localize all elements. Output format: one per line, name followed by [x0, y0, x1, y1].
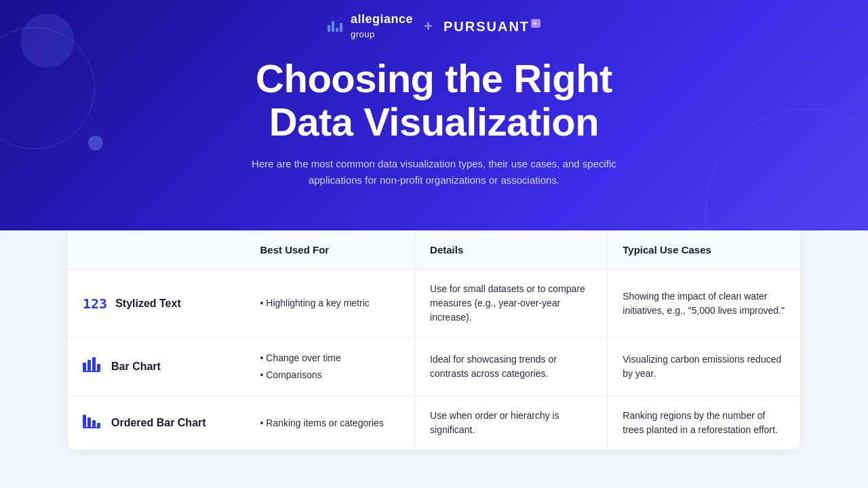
row-1-bullet-1: Highlighting a key metric — [260, 295, 399, 312]
svg-rect-3 — [97, 364, 100, 371]
pursuant-text: PURSUANT+ — [443, 19, 540, 35]
table-header-row: Best Used For Details Typical Use Cases — [68, 230, 800, 270]
col-header-best-used: Best Used For — [245, 230, 414, 270]
row-2-details: Ideal for showcasing trends or contrasts… — [415, 338, 608, 396]
table-row: Bar Chart Change over time Comparisons I… — [68, 338, 800, 396]
ordered-bar-chart-icon — [83, 412, 103, 434]
logo-area: allegiance group + PURSUANT+ — [328, 12, 540, 41]
allegiance-text: allegiance group — [351, 12, 413, 41]
row-2-name-cell: Bar Chart — [68, 338, 245, 396]
allegiance-icon — [328, 21, 342, 32]
col-header-details: Details — [415, 230, 608, 270]
bar-chart-icon — [83, 356, 103, 378]
table-row: 123 Stylized Text Highlighting a key met… — [68, 270, 800, 338]
row-1-details: Use for small datasets or to compare mea… — [415, 270, 608, 338]
row-2-bullet-1: Change over time — [260, 350, 399, 367]
row-1-name-cell: 123 Stylized Text — [68, 270, 245, 338]
row-1-best-used: Highlighting a key metric — [245, 270, 414, 338]
row-3-bullet-1: Ranking items or categories — [260, 415, 399, 432]
row-2-best-used: Change over time Comparisons — [245, 338, 414, 396]
svg-rect-8 — [97, 423, 100, 427]
svg-rect-9 — [83, 427, 100, 428]
hero-section: allegiance group + PURSUANT+ Choosing th… — [0, 0, 868, 230]
123-icon: 123 — [83, 293, 107, 314]
col-header-use-cases: Typical Use Cases — [608, 230, 800, 270]
row-3-use-cases: Ranking regions by the number of trees p… — [608, 396, 800, 450]
row-2-bullet-2: Comparisons — [260, 367, 399, 384]
table-section: Best Used For Details Typical Use Cases … — [0, 230, 868, 488]
svg-rect-4 — [83, 371, 100, 372]
row-1-name: Stylized Text — [115, 296, 181, 312]
plus-separator: + — [424, 18, 433, 35]
table-row: Ordered Bar Chart Ranking items or categ… — [68, 396, 800, 450]
visualization-table: Best Used For Details Typical Use Cases … — [68, 230, 800, 449]
svg-rect-2 — [92, 357, 96, 371]
row-2-use-cases: Visualizing carbon emissions reduced by … — [608, 338, 800, 396]
svg-rect-1 — [87, 360, 91, 371]
row-3-details: Use when order or hierarchy is significa… — [415, 396, 608, 450]
svg-rect-5 — [83, 415, 86, 427]
svg-rect-7 — [92, 420, 96, 427]
row-1-use-cases: Showing the impact of clean water initia… — [608, 270, 800, 338]
hero-subtitle: Here are the most common data visualizat… — [237, 156, 631, 188]
col-header-name — [68, 230, 245, 270]
svg-rect-6 — [87, 418, 91, 427]
svg-rect-0 — [83, 363, 86, 371]
row-3-name-cell: Ordered Bar Chart — [68, 396, 245, 450]
row-3-name: Ordered Bar Chart — [111, 415, 206, 431]
row-3-best-used: Ranking items or categories — [245, 396, 414, 450]
hero-title: Choosing the Right Data Visualization — [256, 57, 612, 144]
row-2-name: Bar Chart — [111, 359, 161, 375]
